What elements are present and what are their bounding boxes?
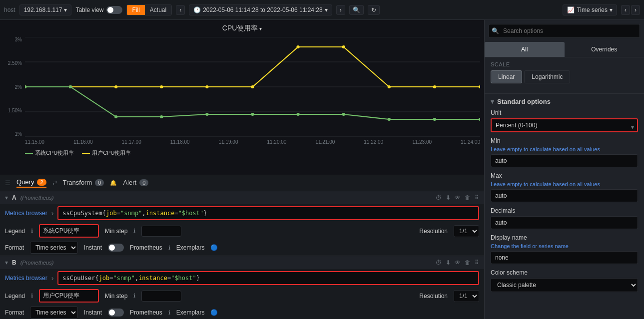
instant-toggle-b[interactable] — [108, 309, 124, 317]
query-input-b[interactable]: ssCpuUser{job="snmp",instance="$host"} — [57, 271, 479, 285]
nav-next-button[interactable]: › — [336, 5, 345, 15]
query-eye-icon[interactable]: 👁 — [455, 194, 461, 201]
decimals-input[interactable] — [491, 216, 638, 229]
x-label-6: 11:21:00 — [315, 139, 335, 145]
fill-actual-group: Fill Actual — [126, 4, 172, 15]
format-row-b: Format Time series Instant Prometheus ℹ … — [0, 305, 484, 319]
x-label-2: 11:17:00 — [122, 139, 141, 145]
query-download-icon[interactable]: ⬇ — [446, 194, 451, 201]
tab-transform[interactable]: Transform 0 — [63, 179, 104, 187]
query-history-icon[interactable]: ⏱ — [436, 194, 442, 201]
query-eye-b-icon[interactable]: 👁 — [455, 259, 461, 266]
color-scheme-select[interactable]: Classic palette — [491, 278, 638, 292]
query-trash-icon[interactable]: 🗑 — [465, 194, 471, 201]
actual-button[interactable]: Actual — [145, 5, 171, 15]
query-block-a: ▾ A (Prometheus) ⏱ ⬇ 👁 🗑 ⠿ Metrics brows… — [0, 191, 484, 256]
search-icon: 🔍 — [492, 27, 499, 34]
query-collapse-a-icon[interactable]: ▾ — [5, 194, 8, 201]
table-view-toggle[interactable]: Table view — [75, 6, 122, 14]
nav-prev-button[interactable]: ‹ — [176, 5, 185, 15]
transform-icon: ⇄ — [52, 180, 57, 186]
svg-point-17 — [69, 85, 72, 88]
min-step-label-a: Min step — [105, 228, 127, 235]
table-view-switch[interactable] — [106, 6, 122, 14]
format-select-b[interactable]: Time series — [30, 307, 78, 319]
x-label-4: 11:19:00 — [219, 139, 238, 145]
panel-type-selector[interactable]: 📈 Time series ▾ — [563, 4, 617, 15]
exemplars-toggle-a[interactable]: 🔵 — [210, 244, 218, 251]
refresh-button[interactable]: ↻ — [368, 5, 380, 15]
min-step-info-icon-b[interactable]: ℹ — [133, 293, 135, 299]
query-header-b: ▾ B (Prometheus) ⏱ ⬇ 👁 🗑 ⠿ — [0, 256, 484, 269]
resolution-select-a[interactable]: 1/1 — [454, 225, 479, 237]
instant-toggle-a[interactable] — [108, 244, 124, 252]
tab-alert[interactable]: Alert 0 — [123, 179, 148, 187]
query-collapse-b-icon[interactable]: ▾ — [5, 259, 8, 266]
legend-info-icon-b[interactable]: ℹ — [31, 293, 33, 299]
panel-type-chevron-icon: ▾ — [610, 6, 613, 13]
tab-transform-label: Transform — [63, 179, 92, 186]
metrics-browser-btn-b[interactable]: Metrics browser — [5, 275, 47, 282]
host-dropdown[interactable]: 192.168.1.117 ▾ — [19, 4, 72, 15]
min-step-info-icon-a[interactable]: ℹ — [133, 228, 135, 234]
query-actions-a: ⏱ ⬇ 👁 🗑 ⠿ — [436, 194, 479, 201]
zoom-button[interactable]: 🔍 — [349, 5, 364, 15]
legend-item-green: 系统CPU使用率 — [25, 149, 74, 157]
x-label-0: 11:15:00 — [25, 139, 44, 145]
unit-select[interactable]: Percent (0-100) — [491, 118, 638, 132]
time-range-picker[interactable]: 🕐 2022-05-06 11:14:28 to 2022-05-06 11:2… — [189, 4, 332, 15]
query-trash-b-icon[interactable]: 🗑 — [465, 259, 471, 266]
panel-next-button[interactable]: › — [631, 5, 640, 15]
std-collapse-icon[interactable]: ▾ — [491, 98, 494, 105]
max-input[interactable] — [491, 189, 638, 202]
query-tabs: ☰ Query 2 ⇄ Transform 0 🔔 Alert 0 — [0, 175, 484, 191]
query-drag-icon[interactable]: ⠿ — [475, 194, 479, 201]
prometheus-info-icon-b[interactable]: ℹ — [168, 310, 170, 316]
min-sublabel: Leave empty to calculate based on all va… — [491, 146, 638, 152]
table-view-label: Table view — [75, 6, 103, 13]
min-step-input-a[interactable] — [141, 226, 181, 237]
format-row-a: Format Time series Instant Prometheus ℹ … — [0, 240, 484, 256]
scale-linear-button[interactable]: Linear — [491, 70, 522, 83]
metrics-arrow-icon: › — [51, 209, 54, 217]
chart-title[interactable]: CPU使用率 — [4, 24, 480, 33]
query-input-a[interactable]: ssCpuSystem{job="snmp",instance="$host"} — [57, 206, 479, 220]
scale-title: Scale — [491, 61, 510, 67]
x-label-8: 11:23:00 — [412, 139, 432, 145]
query-drag-b-icon[interactable]: ⠿ — [475, 259, 479, 266]
tab-overrides[interactable]: Overrides — [565, 42, 644, 57]
prometheus-info-icon-a[interactable]: ℹ — [168, 245, 170, 251]
exemplars-label-b: Exemplars — [176, 309, 205, 316]
query-download-b-icon[interactable]: ⬇ — [446, 259, 451, 266]
resolution-select-b[interactable]: 1/1 — [454, 290, 479, 302]
display-name-input[interactable] — [491, 251, 638, 264]
tab-query[interactable]: Query 2 — [16, 178, 46, 188]
legend-input-a[interactable]: 系统CPU使率 — [39, 224, 99, 238]
scale-logarithmic-button[interactable]: Logarithmic — [524, 70, 570, 83]
svg-point-26 — [479, 118, 480, 121]
tab-all[interactable]: All — [485, 42, 565, 57]
query-attr2-key-b: instance — [138, 275, 167, 282]
svg-point-22 — [296, 113, 299, 116]
standard-options-title: ▾ Standard options — [491, 98, 638, 105]
fill-button[interactable]: Fill — [127, 5, 144, 15]
query-history-b-icon[interactable]: ⏱ — [436, 259, 442, 266]
format-select-a[interactable]: Time series — [30, 242, 78, 254]
exemplars-toggle-b[interactable]: 🔵 — [210, 309, 218, 316]
display-name-label: Display name — [491, 234, 638, 241]
legend-input-b[interactable]: 用户CPU使率 — [39, 289, 99, 303]
instant-thumb-b — [109, 310, 115, 316]
host-chevron-icon: ▾ — [64, 6, 67, 13]
panel-prev-button[interactable]: ‹ — [621, 5, 630, 15]
search-options-input[interactable] — [489, 24, 640, 38]
legend-info-icon-a[interactable]: ℹ — [31, 228, 33, 234]
panel-type-label: Time series — [577, 6, 608, 13]
svg-point-10 — [251, 85, 254, 88]
metrics-browser-btn-a[interactable]: Metrics browser — [5, 210, 47, 217]
x-label-7: 11:22:00 — [364, 139, 383, 145]
min-step-input-b[interactable] — [141, 291, 181, 302]
min-input[interactable] — [491, 154, 638, 167]
query-block-b: ▾ B (Prometheus) ⏱ ⬇ 👁 🗑 ⠿ Metrics brows… — [0, 256, 484, 319]
instant-thumb-a — [109, 245, 115, 251]
y-label-150: 1.50% — [4, 108, 22, 113]
